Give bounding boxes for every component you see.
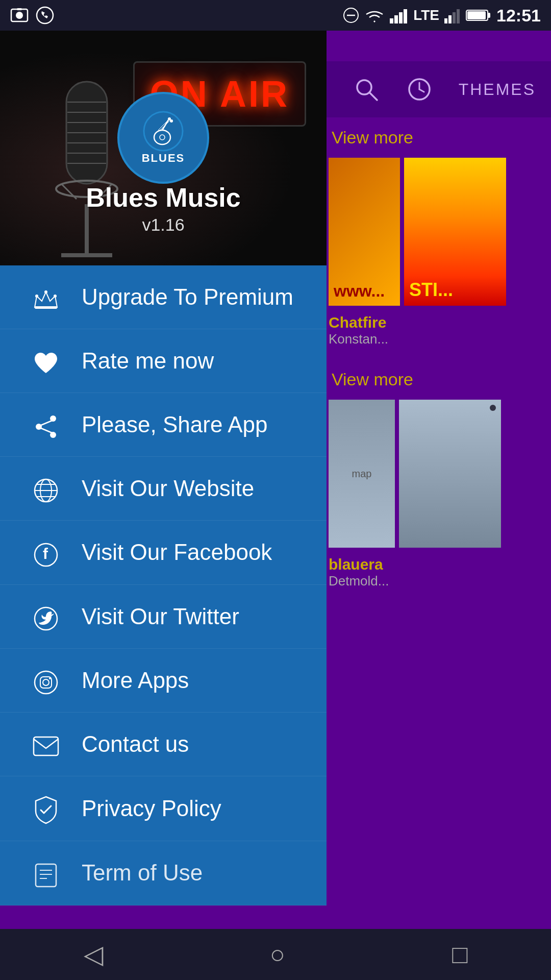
battery-icon <box>466 8 491 22</box>
svg-line-50 <box>40 421 52 426</box>
search-icon[interactable] <box>353 76 380 103</box>
svg-line-51 <box>40 428 52 433</box>
svg-rect-7 <box>394 15 398 23</box>
menu-item-contact-label: Contact us <box>82 731 189 757</box>
history-icon[interactable] <box>406 76 433 103</box>
list-icon <box>26 857 66 888</box>
home-button[interactable]: ○ <box>270 940 285 969</box>
blaueра-label: blauerа <box>329 556 383 573</box>
svg-rect-8 <box>399 12 403 23</box>
menu-item-share[interactable]: Please, Share App <box>0 393 327 457</box>
map-card-partial: map <box>329 400 395 548</box>
photo-icon <box>10 6 29 24</box>
view-more-button-1[interactable]: View more <box>327 117 551 158</box>
menu-item-website-label: Visit Our Website <box>82 476 254 501</box>
navigation-drawer: ON AIR BLUES Blues Music <box>0 31 327 980</box>
menu-item-facebook[interactable]: f Visit Our Facebook <box>0 521 327 584</box>
svg-rect-64 <box>34 737 58 755</box>
svg-rect-2 <box>17 8 22 10</box>
fire-card-text: STI... <box>409 279 453 301</box>
fire-card[interactable]: STI... <box>404 158 506 306</box>
menu-item-more-apps-label: More Apps <box>82 668 189 693</box>
svg-rect-13 <box>457 9 460 23</box>
svg-rect-6 <box>390 18 393 23</box>
themes-label[interactable]: THEMES <box>459 80 536 99</box>
svg-point-63 <box>49 677 51 679</box>
svg-rect-9 <box>404 9 407 23</box>
hero-section: ON AIR BLUES Blues Music <box>0 31 327 265</box>
facebook-icon: f <box>26 537 66 568</box>
chatfire-label: Chatfire <box>329 314 386 331</box>
menu-item-twitter[interactable]: Visit Our Twitter <box>0 585 327 649</box>
menu-item-privacy-label: Privacy Policy <box>82 796 221 821</box>
navigation-bar: ◁ ○ □ <box>0 929 551 980</box>
svg-rect-12 <box>453 12 456 23</box>
menu-list: Upgrade To Premium Rate me now <box>0 265 327 905</box>
status-bar-left <box>10 6 54 24</box>
menu-item-contact[interactable]: Contact us <box>0 713 327 776</box>
card-partial-text: www... <box>334 282 385 301</box>
menu-item-website[interactable]: Visit Our Website <box>0 457 327 521</box>
menu-item-terms[interactable]: Term of Use <box>0 841 327 905</box>
svg-line-18 <box>369 92 377 100</box>
menu-item-rate[interactable]: Rate me now <box>0 329 327 393</box>
menu-item-more-apps[interactable]: More Apps <box>0 649 327 713</box>
heart-icon <box>26 346 66 376</box>
svg-rect-65 <box>36 864 56 887</box>
map-card[interactable] <box>399 400 501 548</box>
right-content-panel: View more www... STI... Chatfire Konstan… <box>327 117 551 980</box>
svg-text:f: f <box>43 545 48 562</box>
status-bar: LTE 12:51 <box>0 0 551 31</box>
phone-icon <box>36 6 54 24</box>
svg-point-44 <box>35 295 38 298</box>
detmold-label: Detmold... <box>329 573 389 589</box>
svg-rect-15 <box>488 13 490 18</box>
svg-rect-10 <box>444 18 447 23</box>
app-version: v1.16 <box>0 215 327 235</box>
globe-icon <box>26 473 66 504</box>
shield-icon <box>26 793 66 824</box>
recents-button[interactable]: □ <box>452 940 467 969</box>
menu-item-privacy[interactable]: Privacy Policy <box>0 776 327 841</box>
guitar-icon <box>143 111 184 152</box>
svg-point-3 <box>37 7 53 23</box>
svg-rect-43 <box>35 306 57 309</box>
logo-blues-text: BLUES <box>142 152 185 165</box>
radio-card-partial: www... <box>329 158 400 306</box>
lte-label: LTE <box>413 7 439 23</box>
menu-item-share-label: Please, Share App <box>82 412 267 437</box>
wifi-icon <box>364 7 385 23</box>
app-name: Blues Music <box>0 182 327 213</box>
twitter-icon <box>26 601 66 632</box>
menu-item-upgrade-label: Upgrade To Premium <box>82 284 293 310</box>
instagram-icon <box>26 665 66 696</box>
svg-point-1 <box>16 12 23 19</box>
menu-item-terms-label: Term of Use <box>82 860 203 886</box>
menu-item-twitter-label: Visit Our Twitter <box>82 604 239 629</box>
svg-point-39 <box>170 119 173 122</box>
dnd-icon <box>343 7 359 23</box>
app-logo: BLUES <box>117 92 209 184</box>
svg-line-21 <box>419 89 424 92</box>
status-bar-right: LTE 12:51 <box>343 6 541 26</box>
menu-item-upgrade[interactable]: Upgrade To Premium <box>0 265 327 329</box>
crown-icon <box>26 282 66 312</box>
menu-item-rate-label: Rate me now <box>82 348 214 374</box>
signal-icon <box>390 7 408 23</box>
konstan-label: Konstan... <box>329 331 388 347</box>
status-time: 12:51 <box>496 6 541 26</box>
svg-point-62 <box>43 679 49 685</box>
app-name-area: Blues Music v1.16 <box>0 182 327 235</box>
svg-rect-16 <box>467 11 486 19</box>
view-more-button-2[interactable]: View more <box>327 359 551 400</box>
email-icon <box>26 729 66 760</box>
menu-item-facebook-label: Visit Our Facebook <box>82 540 272 565</box>
svg-point-60 <box>35 671 57 694</box>
svg-point-46 <box>54 295 57 298</box>
share-icon <box>26 409 66 440</box>
signal2-icon <box>444 7 461 23</box>
svg-point-45 <box>44 290 47 293</box>
svg-rect-11 <box>448 15 452 23</box>
back-button[interactable]: ◁ <box>84 940 103 969</box>
